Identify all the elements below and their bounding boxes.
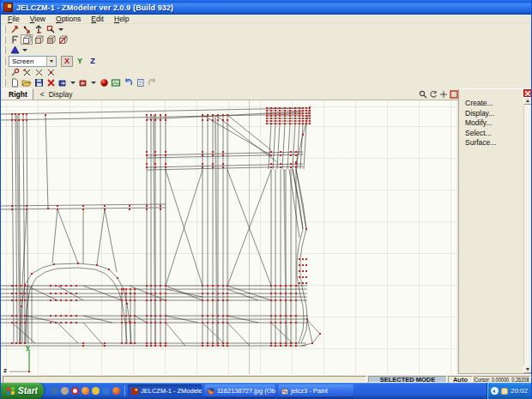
status-bar: SELECTED MODE Auto Cursor: 0.00000, 0.26…	[1, 374, 531, 383]
panel-item-surface[interactable]: Surface...	[459, 138, 532, 148]
tools-side-panel: Create... Display... Modify... Select...…	[458, 88, 532, 374]
panel-item-create[interactable]: Create...	[459, 99, 532, 108]
quicklaunch-icon-2[interactable]	[61, 387, 69, 395]
wireframe-cube-icon[interactable]	[21, 34, 33, 45]
import-dropdown-arrow[interactable]	[91, 82, 96, 84]
toolbar-grip[interactable]	[3, 26, 6, 33]
toolbar-grip[interactable]	[3, 79, 6, 87]
no-shade-cube-icon[interactable]	[57, 34, 69, 45]
panel-scrollbar[interactable]	[523, 89, 532, 373]
delete-vertex-tool-icon[interactable]	[33, 67, 45, 77]
textured-cube-icon[interactable]	[45, 34, 57, 45]
manipulator-tool-4-icon[interactable]	[45, 24, 57, 34]
weld-tool-icon[interactable]	[9, 67, 21, 77]
taskbar-button-paint[interactable]: jelcz3 - Paint	[278, 384, 354, 397]
toolbar-grip[interactable]	[3, 46, 6, 54]
shaded-cube-icon[interactable]	[33, 34, 45, 45]
import-icon[interactable]	[77, 78, 89, 88]
toolbar-grip[interactable]	[3, 69, 6, 76]
quicklaunch-icon-5[interactable]	[92, 387, 100, 395]
taskbar-button-zmodeler[interactable]: JELCZM-1 - ZModele...	[128, 384, 202, 397]
manipulator-dropdown-arrow[interactable]	[58, 28, 63, 31]
viewport-display-label[interactable]: Display	[49, 90, 73, 99]
axis-z-toggle[interactable]: Z	[87, 56, 99, 67]
zoom-icon[interactable]	[419, 90, 427, 99]
toolbar-viewmodes	[1, 34, 69, 45]
title-bar: JELCZM-1 - ZModeler ver 2.0.9 (Build 932…	[1, 0, 531, 15]
viewport-y-axis-label: y	[26, 343, 29, 351]
quicklaunch-icon-1[interactable]	[51, 387, 58, 395]
maximize-view-icon[interactable]	[450, 90, 458, 99]
start-label: Start	[18, 386, 38, 396]
delete-icon[interactable]	[45, 78, 57, 88]
window-title: JELCZM-1 - ZModeler ver 2.0.9 (Build 932…	[16, 3, 173, 12]
system-tray: 20:02	[487, 383, 531, 399]
view-space-combobox[interactable]: Screen	[9, 56, 57, 67]
toolbar-primitive	[1, 45, 29, 55]
cone-primitive-icon[interactable]	[9, 45, 21, 55]
export-dropdown-arrow[interactable]	[70, 82, 76, 84]
move-vertex-tool-icon[interactable]	[21, 67, 33, 77]
panel-close-icon[interactable]	[523, 89, 532, 97]
toolbar-grip[interactable]	[3, 57, 6, 65]
viewport-tab-right[interactable]: Right	[3, 88, 33, 100]
quicklaunch-icon-6[interactable]	[102, 387, 110, 395]
primitive-dropdown-arrow[interactable]	[22, 49, 27, 51]
flat-shade-icon[interactable]	[9, 34, 21, 45]
viewport-canvas[interactable]: y z	[1, 100, 456, 374]
status-mode-badge: SELECTED MODE	[368, 376, 447, 383]
snap-vertex-tool-icon[interactable]	[45, 67, 57, 77]
wireframe-mesh	[1, 100, 456, 374]
menu-edit[interactable]: Edit	[86, 15, 109, 23]
menu-bar: File View Options Edit Help	[1, 15, 531, 24]
menu-view[interactable]: View	[25, 15, 51, 23]
quicklaunch-icon-4[interactable]	[82, 387, 89, 395]
notes-icon[interactable]	[134, 78, 146, 88]
viewport-back-arrow[interactable]: <	[40, 90, 45, 99]
tray-status-icon[interactable]	[501, 388, 508, 395]
toolbar-vertex-tools	[1, 67, 57, 77]
manipulator-tool-1-icon[interactable]	[9, 24, 21, 34]
app-icon	[3, 3, 13, 12]
panel-item-select[interactable]: Select...	[459, 129, 532, 138]
toolbar-grip[interactable]	[3, 36, 6, 44]
panel-item-modify[interactable]: Modify...	[459, 118, 532, 128]
scroll-down-icon[interactable]	[523, 366, 532, 373]
chevron-down-icon	[50, 60, 53, 63]
status-message-panel	[3, 376, 366, 383]
manipulator-tool-3-icon[interactable]	[33, 24, 45, 34]
panel-item-display[interactable]: Display...	[459, 109, 532, 118]
quicklaunch-icon-3[interactable]	[71, 387, 79, 395]
taskbar-button-image[interactable]: 1162138727.jpg (Obr...	[204, 384, 275, 397]
texture-image-icon[interactable]	[110, 78, 122, 88]
axis-x-toggle[interactable]: X	[61, 56, 73, 67]
menu-file[interactable]: File	[3, 15, 25, 23]
tray-clock: 20:02	[511, 387, 528, 395]
menu-help[interactable]: Help	[109, 15, 134, 23]
menu-options[interactable]: Options	[51, 15, 86, 23]
new-file-icon[interactable]	[9, 78, 21, 88]
pan-icon[interactable]	[439, 90, 448, 99]
toolbar-file	[1, 77, 158, 88]
view-space-value: Screen	[12, 57, 33, 65]
orbit-icon[interactable]	[429, 90, 438, 99]
combobox-dropdown-button[interactable]	[46, 57, 56, 66]
tray-chevron-icon[interactable]	[491, 387, 499, 395]
zmodeler-window: JELCZM-1 - ZModeler ver 2.0.9 (Build 932…	[0, 0, 532, 399]
save-file-icon[interactable]	[33, 78, 45, 88]
axis-y-toggle[interactable]: Y	[74, 56, 86, 67]
redo-disabled-icon	[146, 78, 158, 88]
status-auto-badge[interactable]: Auto	[448, 376, 473, 383]
taskbar-separator	[124, 385, 125, 396]
material-sphere-icon[interactable]	[98, 78, 110, 88]
export-icon[interactable]	[57, 78, 69, 88]
status-cursor-readout: Cursor: 0.00000, 0.26208, -1.21049	[474, 376, 530, 383]
start-button[interactable]: Start	[1, 383, 44, 399]
manipulator-tool-2-icon[interactable]	[21, 24, 33, 34]
open-file-icon[interactable]	[21, 78, 33, 88]
windows-flag-icon	[7, 386, 15, 395]
scroll-up-icon[interactable]	[523, 97, 532, 105]
viewport-header: Right < Display	[1, 88, 458, 100]
quicklaunch-icon-7[interactable]	[112, 387, 120, 395]
undo-icon[interactable]	[122, 78, 134, 88]
